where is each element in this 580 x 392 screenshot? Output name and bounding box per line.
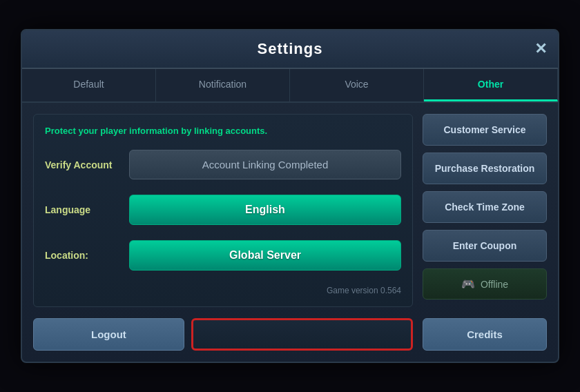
modal-title: Settings	[258, 40, 323, 58]
location-label: Location:	[45, 250, 121, 261]
credits-button[interactable]: Credits	[423, 318, 547, 351]
footer-right: Credits	[423, 318, 547, 351]
customer-service-button[interactable]: Customer Service	[423, 114, 547, 146]
left-panel: Protect your player information by linki…	[33, 114, 413, 307]
offline-button[interactable]: 🎮 Offline	[423, 268, 547, 300]
location-row: Location: Global Server	[45, 240, 401, 271]
footer-left: Logout	[33, 318, 413, 351]
modal-overlay: Settings ✕ Default Notification Voice Ot…	[0, 0, 580, 392]
enter-coupon-button[interactable]: Enter Coupon	[423, 230, 547, 262]
location-button[interactable]: Global Server	[129, 240, 401, 271]
modal-body: Protect your player information by linki…	[22, 103, 558, 318]
protect-text: Protect your player information by linki…	[45, 126, 401, 136]
account-linked-button[interactable]: Account Linking Completed	[129, 150, 401, 179]
verify-label: Verify Account	[45, 159, 121, 170]
logout-button[interactable]: Logout	[33, 318, 184, 351]
verify-value-container: Account Linking Completed	[129, 150, 401, 179]
tab-bar: Default Notification Voice Other	[22, 69, 558, 103]
check-time-zone-button[interactable]: Check Time Zone	[423, 191, 547, 223]
location-value-container: Global Server	[129, 240, 401, 271]
language-row: Language English	[45, 195, 401, 225]
close-button[interactable]: ✕	[534, 41, 547, 57]
tab-voice[interactable]: Voice	[290, 69, 424, 101]
tab-notification[interactable]: Notification	[156, 69, 290, 101]
game-version: Game version 0.564	[45, 286, 401, 295]
tab-default[interactable]: Default	[22, 69, 156, 101]
modal-footer: Logout Credits	[22, 318, 558, 362]
language-value-container: English	[129, 195, 401, 225]
right-panel: Customer Service Purchase Restoration Ch…	[423, 114, 547, 307]
footer-empty-area	[191, 318, 413, 351]
language-button[interactable]: English	[129, 195, 401, 225]
language-label: Language	[45, 204, 121, 215]
offline-label: Offline	[481, 279, 508, 290]
settings-modal: Settings ✕ Default Notification Voice Ot…	[21, 29, 559, 363]
gamepad-icon: 🎮	[461, 277, 475, 291]
modal-header: Settings ✕	[22, 30, 558, 69]
purchase-restoration-button[interactable]: Purchase Restoration	[423, 153, 547, 184]
verify-account-row: Verify Account Account Linking Completed	[45, 150, 401, 179]
tab-other[interactable]: Other	[424, 69, 558, 101]
